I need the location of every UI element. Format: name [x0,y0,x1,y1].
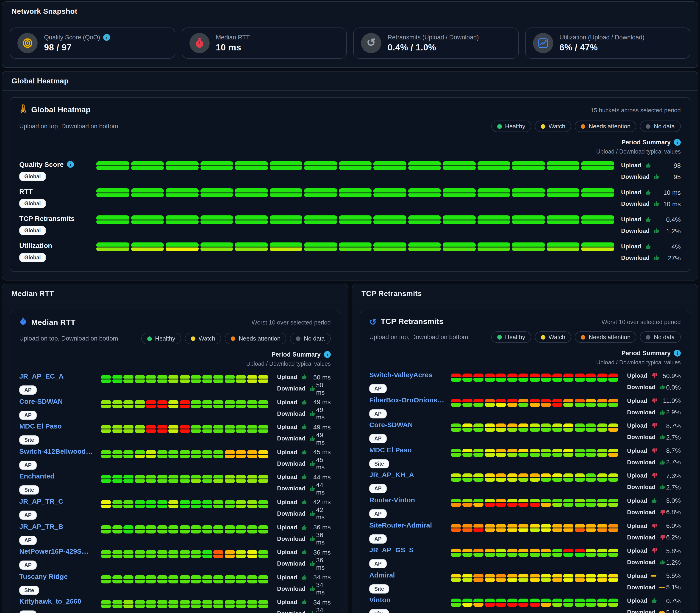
info-icon[interactable]: i [674,139,681,146]
heatmap-cell[interactable] [235,188,268,197]
heatmap-cell[interactable] [146,600,156,609]
heatmap-cell[interactable] [123,475,133,483]
heatmap-cell[interactable] [512,216,545,224]
heatmap-cell[interactable] [408,161,441,170]
heatmap-cell[interactable] [135,575,145,584]
heatmap-cell[interactable] [123,600,133,609]
heatmap-cell[interactable] [496,499,506,507]
heatmap-cell[interactable] [191,475,201,483]
heatmap-cell[interactable] [541,374,551,382]
heatmap-cell[interactable] [112,575,122,584]
device-link[interactable]: Router-Vinton [369,495,415,504]
heatmap-cell[interactable] [477,243,510,251]
heatmap-cell[interactable] [518,374,529,382]
heatmap-cell[interactable] [373,243,406,251]
heatmap-cell[interactable] [586,423,596,432]
heatmap-cell[interactable] [547,188,580,197]
heatmap-cell[interactable] [408,188,441,197]
heatmap-cell[interactable] [213,600,224,609]
heatmap-cell[interactable] [168,600,178,609]
heatmap-cell[interactable] [462,499,472,507]
heatmap-cell[interactable] [496,599,506,607]
heatmap-cell[interactable] [191,575,201,584]
heatmap-cell[interactable] [530,374,540,382]
heatmap-cell[interactable] [518,474,529,482]
device-link[interactable]: Tuscany Ridge [19,572,68,581]
heatmap-cell[interactable] [202,575,212,584]
heatmap-cell[interactable] [473,374,483,382]
heatmap-cell[interactable] [530,574,540,582]
heatmap-cell[interactable] [473,474,483,482]
heatmap-cell[interactable] [247,400,257,408]
heatmap-cell[interactable] [157,600,167,609]
heatmap-cell[interactable] [473,524,483,532]
heatmap-cell[interactable] [225,400,234,408]
heatmap-cell[interactable] [473,574,483,582]
heatmap-cell[interactable] [304,243,337,251]
device-link[interactable]: Kittyhawk_to_2660 [19,597,81,606]
heatmap-cell[interactable] [101,575,111,584]
heatmap-cell[interactable] [200,188,233,197]
heatmap-cell[interactable] [451,399,461,407]
heatmap-cell[interactable] [225,375,234,383]
heatmap-cell[interactable] [258,400,268,408]
heatmap-cell[interactable] [123,525,133,533]
heatmap-cell[interactable] [547,243,580,251]
heatmap-cell[interactable] [586,374,596,382]
heatmap-cell[interactable] [597,549,607,557]
heatmap-cell[interactable] [485,374,495,382]
device-link[interactable]: JR_AP_TR_C [19,497,63,506]
heatmap-cell[interactable] [485,499,495,507]
heatmap-cell[interactable] [112,450,122,458]
heatmap-cell[interactable] [512,161,545,170]
heatmap-cell[interactable] [563,499,573,507]
heatmap-cell[interactable] [146,500,156,508]
heatmap-cell[interactable] [180,425,190,433]
heatmap-cell[interactable] [608,499,618,507]
heatmap-cell[interactable] [443,243,475,251]
heatmap-cell[interactable] [202,525,212,533]
heatmap-cell[interactable] [541,423,551,432]
heatmap-cell[interactable] [507,574,517,582]
heatmap-cell[interactable] [166,243,199,251]
heatmap-cell[interactable] [131,188,164,197]
heatmap-cell[interactable] [304,188,337,197]
heatmap-cell[interactable] [451,374,461,382]
heatmap-cell[interactable] [541,449,551,457]
heatmap-cell[interactable] [247,375,257,383]
heatmap-cell[interactable] [96,243,129,251]
heatmap-cell[interactable] [608,449,618,457]
heatmap-cell[interactable] [236,425,246,433]
heatmap-cell[interactable] [507,499,517,507]
heatmap-cell[interactable] [168,450,178,458]
heatmap-cell[interactable] [166,188,199,197]
heatmap-cell[interactable] [247,575,257,584]
heatmap-cell[interactable] [574,474,585,482]
heatmap-cell[interactable] [247,600,257,609]
heatmap-cell[interactable] [462,524,472,532]
heatmap-cell[interactable] [552,399,562,407]
heatmap-cell[interactable] [552,499,562,507]
heatmap-cell[interactable] [213,550,224,558]
heatmap-cell[interactable] [202,450,212,458]
heatmap-cell[interactable] [180,500,190,508]
heatmap-cell[interactable] [451,423,461,432]
heatmap-cell[interactable] [563,549,573,557]
heatmap-cell[interactable] [443,161,475,170]
heatmap-cell[interactable] [507,474,517,482]
device-link[interactable]: MDC El Paso [19,422,62,430]
heatmap-cell[interactable] [485,549,495,557]
info-icon[interactable]: i [103,34,110,41]
heatmap-cell[interactable] [451,499,461,507]
heatmap-cell[interactable] [123,375,133,383]
heatmap-cell[interactable] [157,450,167,458]
heatmap-cell[interactable] [530,524,540,532]
heatmap-cell[interactable] [473,423,483,432]
heatmap-cell[interactable] [496,524,506,532]
heatmap-cell[interactable] [597,524,607,532]
heatmap-cell[interactable] [258,425,268,433]
heatmap-cell[interactable] [236,525,246,533]
heatmap-cell[interactable] [373,161,406,170]
heatmap-cell[interactable] [236,575,246,584]
heatmap-cell[interactable] [574,599,585,607]
